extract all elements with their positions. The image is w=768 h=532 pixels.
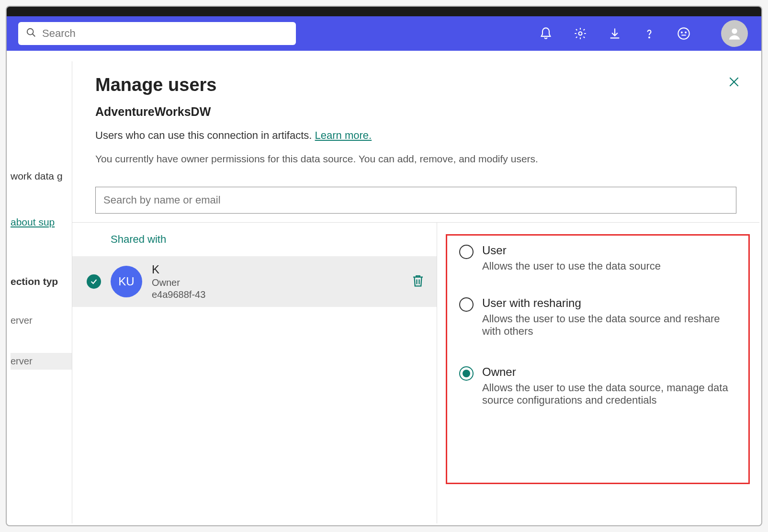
settings-icon[interactable]	[574, 27, 587, 40]
search-icon	[26, 27, 36, 40]
global-search-input[interactable]	[42, 27, 288, 40]
svg-point-5	[681, 32, 682, 33]
svg-point-3	[649, 37, 650, 38]
role-option-owner[interactable]: OwnerAllows the user to use the data sou…	[454, 359, 748, 418]
manage-users-panel: Manage users AdventureWorksDW Users who …	[72, 61, 759, 523]
role-label: User	[482, 244, 661, 257]
svg-point-0	[27, 29, 34, 35]
role-label: Owner	[482, 365, 731, 379]
role-option-user-with-resharing[interactable]: User with resharingAllows the user to us…	[454, 290, 748, 349]
user-row-role: Owner	[152, 277, 401, 288]
svg-line-1	[33, 34, 35, 37]
user-row[interactable]: KU K Owner e4a9688f-43	[72, 256, 437, 307]
role-description: Allows the user to use the data source a…	[482, 313, 731, 338]
role-label: User with resharing	[482, 296, 731, 310]
notifications-icon[interactable]	[539, 27, 553, 40]
bg-server-2: erver	[11, 353, 74, 370]
user-row-avatar: KU	[111, 266, 142, 297]
download-icon[interactable]	[608, 27, 621, 40]
delete-user-button[interactable]	[411, 273, 425, 290]
bg-connection-type: ection typ	[11, 276, 74, 287]
app-header	[7, 16, 761, 51]
radio-icon	[459, 245, 474, 259]
learn-more-link[interactable]: Learn more.	[315, 129, 372, 141]
bg-gateway-text: work data g	[11, 170, 74, 182]
radio-icon	[459, 366, 474, 381]
user-avatar[interactable]	[721, 20, 748, 47]
role-description: Allows the user to use the data source, …	[482, 382, 731, 407]
close-button[interactable]	[728, 76, 740, 90]
svg-point-2	[579, 32, 582, 35]
bg-server-1: erver	[11, 315, 74, 326]
user-search[interactable]	[95, 187, 736, 214]
radio-icon	[459, 297, 474, 312]
window-titlebar	[7, 7, 761, 16]
permission-note: You currently have owner permissions for…	[95, 153, 736, 165]
user-row-id: e4a9688f-43	[152, 289, 401, 300]
role-selector: UserAllows the user to use the data sour…	[437, 223, 759, 523]
panel-description: Users who can use this connection in art…	[95, 129, 736, 142]
background-content: work data g about sup ection typ erver e…	[7, 51, 74, 525]
global-search[interactable]	[18, 22, 296, 45]
role-option-user[interactable]: UserAllows the user to use the data sour…	[454, 237, 748, 284]
svg-point-6	[685, 32, 686, 33]
panel-subtitle: AdventureWorksDW	[95, 105, 736, 119]
user-row-name: K	[152, 263, 401, 276]
help-icon[interactable]	[643, 27, 656, 40]
selected-check-icon	[87, 274, 101, 289]
user-search-input[interactable]	[103, 194, 728, 206]
bg-about-link[interactable]: about sup	[11, 216, 74, 228]
role-description: Allows the user to use the data source	[482, 260, 661, 272]
shared-with-tab[interactable]: Shared with	[72, 223, 437, 256]
panel-title: Manage users	[95, 75, 736, 95]
feedback-icon[interactable]	[677, 27, 690, 40]
svg-point-4	[678, 28, 689, 39]
svg-point-8	[732, 28, 737, 34]
